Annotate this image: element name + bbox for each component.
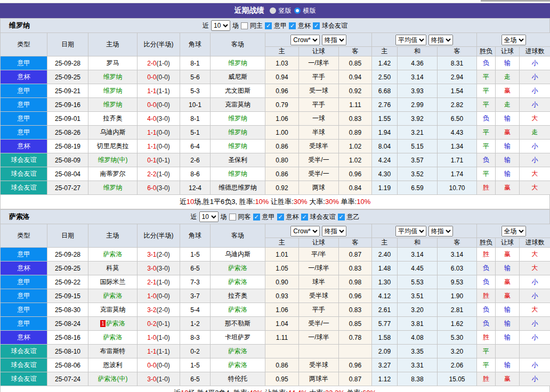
avg-draw-odds: 2.99 xyxy=(398,98,438,112)
checked-checkbox[interactable]: ✓ xyxy=(289,22,296,29)
unchecked-checkbox[interactable] xyxy=(229,214,236,220)
odds-handicap: 受半/一 xyxy=(299,317,339,331)
summary-segment: 30% xyxy=(294,198,308,206)
odds-home: 0.90 xyxy=(265,275,299,289)
vertical-layout-radio[interactable] xyxy=(270,7,276,14)
corner-score: 5-4 xyxy=(180,303,211,317)
match-scope-select[interactable]: 全场 xyxy=(502,226,526,236)
unchecked-checkbox[interactable] xyxy=(241,22,248,29)
same-venue-label[interactable]: 同主 xyxy=(250,21,263,30)
match-row: 意杯 25-08-16 萨索洛 1-0(1-0) 8-3 卡坦萨罗 1.11 一… xyxy=(1,331,550,345)
result-outcome: 平 xyxy=(477,345,496,358)
avg-away-odds: 1.62 xyxy=(438,317,477,331)
match-scope-select[interactable]: 全场 xyxy=(502,35,526,45)
result-handicap: 赢 xyxy=(496,126,520,140)
result-outcome: 负 xyxy=(477,112,496,126)
avg-time-select[interactable]: 终指 xyxy=(428,35,453,45)
result-goals: 大 xyxy=(520,262,550,275)
team-filter-row: 维罗纳 近 10 场 同主 ✓意甲✓意杯✓球会友谊 xyxy=(0,18,550,32)
horizontal-layout-radio[interactable] xyxy=(294,7,301,14)
league-badge: 意甲 xyxy=(1,56,47,70)
match-score: 3-2(2-0) xyxy=(138,303,180,317)
odds-away: 0.92 xyxy=(339,84,372,98)
sub-col-header: 让球 xyxy=(496,47,520,56)
odds-time-select[interactable]: 终指 xyxy=(322,226,346,236)
result-handicap: 赢 xyxy=(496,181,520,195)
match-score: 3-0(1-0) xyxy=(138,372,180,386)
odds-company-select[interactable]: Crow* xyxy=(290,226,320,236)
league-filter-label[interactable]: 意乙 xyxy=(347,213,360,222)
odds-handicap: 一球 xyxy=(299,112,339,126)
checked-checkbox[interactable]: ✓ xyxy=(301,214,308,220)
scrollbar-thumb[interactable] xyxy=(481,0,550,2)
match-date: 25-09-15 xyxy=(47,289,88,303)
avg-away-odds: 15.05 xyxy=(438,372,477,386)
odds-away xyxy=(339,345,372,358)
checked-checkbox[interactable]: ✓ xyxy=(313,22,320,29)
avg-odds-select[interactable]: 平均值 xyxy=(395,226,426,236)
vertical-layout-label[interactable]: 竖版 xyxy=(279,6,292,15)
odds-handicap: 一/球半 xyxy=(299,262,339,275)
league-filter-label[interactable]: 意甲 xyxy=(262,213,275,222)
odds-handicap: 平手 xyxy=(299,98,339,112)
title-bar: 近期战绩 竖版 横版 xyxy=(0,3,550,18)
checked-checkbox[interactable]: ✓ xyxy=(338,214,345,220)
odds-away: 1.02 xyxy=(339,153,372,167)
checked-checkbox[interactable]: ✓ xyxy=(277,214,284,220)
odds-home: 0.95 xyxy=(265,372,299,386)
odds-company-select[interactable]: Crow* xyxy=(290,35,320,45)
match-score: 1-1(1-1) xyxy=(138,84,180,98)
match-date: 25-09-01 xyxy=(47,112,88,126)
same-venue-label[interactable]: 同客 xyxy=(238,213,251,222)
match-row: 球会友谊 25-08-04 南蒂罗尔 2-2(1-0) 8-6 维罗纳 0.86… xyxy=(1,167,550,181)
games-count-select[interactable]: 10 xyxy=(211,20,230,31)
home-team: 罗马 xyxy=(88,56,138,70)
match-score: 2-2(1-0) xyxy=(138,167,180,181)
avg-home-odds: 6.68 xyxy=(372,84,398,98)
match-date: 25-08-09 xyxy=(47,153,88,167)
league-filter-label[interactable]: 球会友谊 xyxy=(310,213,336,222)
col-header-away: 客场 xyxy=(211,33,265,56)
odds-time-select[interactable]: 终指 xyxy=(322,35,346,45)
avg-home-odds: 1.55 xyxy=(372,112,398,126)
avg-away-odds: 1.90 xyxy=(438,289,477,303)
result-goals: 小 xyxy=(520,372,550,386)
match-row: 球会友谊 25-07-27 维罗纳 6-0(3-0) 12-4 维德思维罗纳 0… xyxy=(1,181,550,195)
away-team: 维罗纳 xyxy=(211,56,265,70)
match-row: 球会友谊 25-08-09 维罗纳(中) 0-1(0-1) 2-6 圣保利 0.… xyxy=(1,153,550,167)
avg-time-select[interactable]: 终指 xyxy=(428,226,453,236)
result-outcome: 平 xyxy=(477,140,496,153)
match-score: 1-1(0-0) xyxy=(138,126,180,140)
result-goals: 小 xyxy=(520,70,550,84)
avg-away-odds: 1.74 xyxy=(438,167,477,181)
summary-segment: 10% xyxy=(255,198,269,206)
corner-score: 6-5 xyxy=(180,372,211,386)
avg-away-odds: 6.03 xyxy=(438,262,477,275)
match-row: 意甲 25-08-26 乌迪内斯 1-1(0-0) 5-1 维罗纳 1.00 半… xyxy=(1,126,550,140)
odds-handicap xyxy=(299,345,339,358)
avg-home-odds: 4.24 xyxy=(372,153,398,167)
checked-checkbox[interactable]: ✓ xyxy=(265,22,272,29)
away-team: 那不勒斯 xyxy=(211,317,265,331)
league-filter-label[interactable]: 意甲 xyxy=(274,21,287,30)
summary-segment: 单率: xyxy=(339,198,357,206)
layout-radio-group: 竖版 横版 xyxy=(270,6,316,15)
games-count-select[interactable]: 10 xyxy=(199,211,219,222)
sub-col-header: 客 xyxy=(339,238,372,248)
league-filter-label[interactable]: 球会友谊 xyxy=(322,21,347,30)
home-team: 维罗纳(中) xyxy=(88,153,138,167)
home-team: 维罗纳 xyxy=(88,84,138,98)
league-filter-label[interactable]: 意杯 xyxy=(298,21,311,30)
avg-draw-odds: 3.35 xyxy=(398,345,438,358)
avg-odds-select[interactable]: 平均值 xyxy=(395,35,426,45)
odds-away: 0.87 xyxy=(339,248,372,262)
checked-checkbox[interactable]: ✓ xyxy=(253,214,260,220)
match-row: 球会友谊 25-07-24 萨索洛(中) 3-0(1-0) 6-5 特伦托 0.… xyxy=(1,372,550,386)
league-badge: 意杯 xyxy=(1,140,47,153)
horizontal-layout-label[interactable]: 横版 xyxy=(303,6,316,15)
league-filter-label[interactable]: 意杯 xyxy=(286,213,299,222)
corner-score: 7-3 xyxy=(180,275,211,289)
away-team: 萨索洛 xyxy=(211,345,265,358)
corner-score: 6-5 xyxy=(180,262,211,275)
sub-col-header: 主 xyxy=(265,47,299,56)
